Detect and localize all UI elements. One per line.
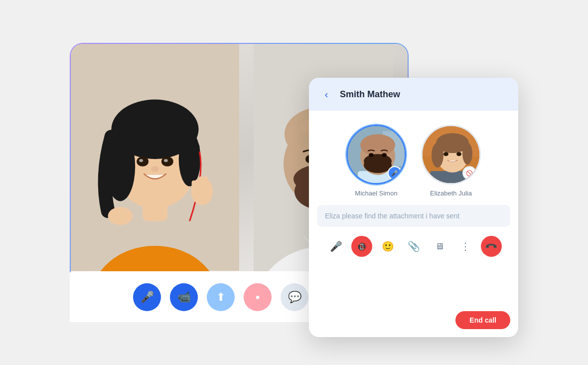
participant-elizabeth: 🚫 Elizabeth Julia bbox=[421, 125, 481, 197]
chat-emoji-button[interactable]: 🙂 bbox=[377, 236, 398, 257]
microphone-button[interactable]: 🎤 bbox=[133, 283, 161, 311]
chat-mic-icon: 🎤 bbox=[330, 240, 342, 252]
svg-rect-13 bbox=[190, 143, 200, 158]
elizabeth-name: Elizabeth Julia bbox=[430, 189, 472, 197]
svg-rect-12 bbox=[111, 143, 121, 158]
svg-point-9 bbox=[139, 159, 143, 162]
svg-point-10 bbox=[164, 159, 168, 162]
svg-point-7 bbox=[137, 157, 148, 167]
camera-icon: 📹 bbox=[177, 291, 191, 304]
svg-point-37 bbox=[360, 134, 395, 156]
girl-video-feed bbox=[71, 44, 239, 271]
chat-icon: 💬 bbox=[288, 291, 301, 304]
chat-attachment-button[interactable]: 📎 bbox=[403, 236, 424, 257]
svg-point-52 bbox=[443, 152, 448, 156]
michael-name: Michael Simon bbox=[355, 189, 397, 197]
message-display: Eliza please find the attachment i have … bbox=[317, 205, 510, 227]
share-icon: ⬆ bbox=[216, 291, 225, 304]
svg-point-51 bbox=[462, 143, 472, 165]
participant-michael: 🎤 Michael Simon bbox=[346, 125, 406, 197]
svg-point-53 bbox=[456, 152, 461, 156]
end-call-big-button[interactable]: End call bbox=[455, 311, 510, 329]
avatar-michael: 🎤 bbox=[346, 125, 406, 184]
chat-emoji-icon: 🙂 bbox=[382, 240, 394, 252]
svg-rect-17 bbox=[198, 177, 203, 191]
share-screen-button[interactable]: ⬆ bbox=[207, 283, 235, 311]
chat-more-button[interactable]: ⋮ bbox=[455, 236, 476, 257]
chat-more-icon: ⋮ bbox=[460, 240, 471, 252]
svg-point-50 bbox=[432, 143, 443, 168]
svg-point-11 bbox=[151, 166, 159, 172]
end-call-area: End call bbox=[455, 311, 510, 329]
svg-rect-18 bbox=[192, 181, 196, 192]
svg-point-39 bbox=[364, 154, 392, 168]
chat-video-off-button[interactable]: 📵 bbox=[351, 236, 372, 257]
avatar-elizabeth: 🚫 bbox=[421, 125, 481, 184]
participants-area: 🎤 Michael Simon bbox=[309, 111, 518, 205]
chat-controls-bar: 🎤 📵 🙂 📎 🖥 ⋮ 📞 bbox=[309, 227, 518, 266]
svg-point-40 bbox=[369, 153, 374, 157]
scene: 🎤 📹 ⬆ ● 💬 ••• bbox=[70, 28, 518, 337]
chat-video-off-icon: 📵 bbox=[357, 242, 367, 251]
chat-end-call-icon: 📞 bbox=[484, 239, 498, 253]
chat-header: ‹ Smith Mathew bbox=[309, 78, 518, 111]
mic-active-icon: 🎤 bbox=[391, 170, 398, 177]
message-text: Eliza please find the attachment i have … bbox=[325, 212, 459, 220]
elizabeth-mic-badge: 🚫 bbox=[462, 166, 476, 180]
svg-point-6 bbox=[179, 132, 201, 186]
svg-point-19 bbox=[108, 207, 133, 225]
record-button[interactable]: ● bbox=[244, 283, 272, 311]
back-icon: ‹ bbox=[325, 89, 328, 100]
mic-icon: 🎤 bbox=[141, 291, 154, 304]
svg-point-41 bbox=[382, 153, 387, 157]
girl-svg bbox=[71, 44, 239, 271]
camera-button[interactable]: 📹 bbox=[170, 283, 198, 311]
chat-screen-button[interactable]: 🖥 bbox=[429, 236, 450, 257]
svg-rect-16 bbox=[203, 177, 208, 191]
michael-mic-badge: 🎤 bbox=[388, 166, 402, 180]
chat-mic-button[interactable]: 🎤 bbox=[325, 236, 346, 257]
video-cell-girl bbox=[71, 44, 239, 271]
chat-screen-icon: 🖥 bbox=[435, 241, 444, 252]
chat-title: Smith Mathew bbox=[340, 89, 400, 100]
end-call-label: End call bbox=[469, 316, 496, 324]
chat-end-call-button[interactable]: 📞 bbox=[481, 236, 502, 257]
record-icon: ● bbox=[255, 293, 260, 302]
mic-muted-icon: 🚫 bbox=[466, 170, 473, 177]
chat-card: ‹ Smith Mathew bbox=[309, 78, 518, 337]
svg-point-8 bbox=[161, 157, 173, 167]
chat-attachment-icon: 📎 bbox=[408, 240, 420, 252]
chat-button[interactable]: 💬 bbox=[281, 283, 308, 311]
back-button[interactable]: ‹ bbox=[319, 87, 334, 102]
